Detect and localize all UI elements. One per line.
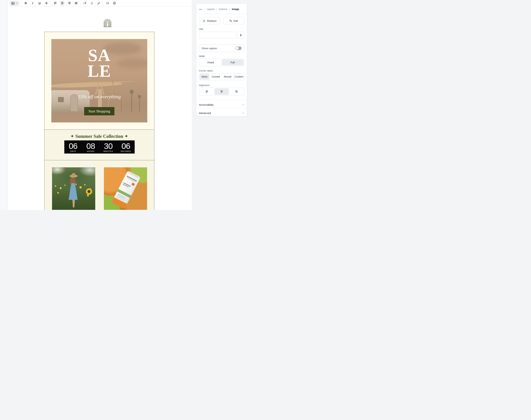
image-action-buttons: Replace Edit bbox=[199, 17, 244, 24]
alignment-center-button[interactable] bbox=[214, 88, 229, 95]
replace-button[interactable]: Replace bbox=[199, 17, 220, 24]
chevron-down-icon bbox=[16, 2, 18, 4]
url-input[interactable] bbox=[199, 32, 236, 39]
countdown-seconds: 06 SECONDS bbox=[117, 140, 135, 153]
highlighter-button[interactable] bbox=[96, 1, 101, 6]
panel-divider bbox=[196, 108, 247, 108]
align-left-icon bbox=[205, 90, 209, 93]
edit-button[interactable]: Edit bbox=[223, 17, 244, 24]
align-justify-icon bbox=[75, 1, 78, 5]
text-size-button[interactable]: TT bbox=[83, 1, 87, 6]
product-image-sunscreen[interactable] bbox=[104, 167, 147, 210]
email-section-hero[interactable]: SA LE 15% off on everything Start Shoppi… bbox=[44, 32, 154, 130]
dynamic-url-button[interactable] bbox=[237, 32, 244, 39]
lightning-icon bbox=[239, 34, 242, 37]
sunflower-large bbox=[85, 188, 93, 195]
corner-radius-none[interactable]: None bbox=[200, 74, 209, 80]
width-label: Width bbox=[199, 55, 205, 58]
show-caption-toggle[interactable] bbox=[235, 46, 242, 50]
email-section-products[interactable] bbox=[44, 160, 154, 210]
alignment-segmented-control bbox=[199, 88, 244, 95]
align-right-icon bbox=[68, 1, 71, 5]
align-right-button[interactable] bbox=[67, 1, 71, 6]
breadcrumb-ellipsis[interactable]: ••• bbox=[199, 8, 202, 11]
toolbar-group-alignment bbox=[51, 0, 80, 6]
link-icon bbox=[106, 1, 109, 5]
accessibility-label: Accessibility bbox=[199, 103, 214, 106]
corner-radius-curved[interactable]: Curved bbox=[210, 74, 222, 80]
advanced-label: Advanced bbox=[199, 112, 211, 115]
chevron-right-icon bbox=[204, 8, 205, 10]
hero-subtitle: 15% off on everything bbox=[51, 94, 147, 100]
hero-title-line2: LE bbox=[51, 63, 147, 79]
start-shopping-button[interactable]: Start Shopping bbox=[84, 107, 114, 115]
mention-button[interactable]: @ bbox=[112, 1, 117, 6]
brand-logo-arches[interactable] bbox=[103, 19, 112, 27]
toggle-knob bbox=[235, 47, 238, 50]
underline-label: U bbox=[39, 1, 41, 5]
countdown-days-value: 06 bbox=[69, 142, 78, 150]
insert-image-button[interactable] bbox=[10, 1, 19, 6]
sunscreen-tube bbox=[111, 171, 141, 209]
width-option-full[interactable]: Full bbox=[222, 59, 244, 65]
chevron-down-icon bbox=[242, 112, 244, 114]
italic-label: I bbox=[32, 1, 33, 5]
image-properties-panel: ••• Layout Column Image Replace Edit URL bbox=[196, 3, 247, 116]
formatting-toolbar: B I U S TT bbox=[8, 0, 192, 7]
strikethrough-button[interactable]: S bbox=[44, 1, 49, 6]
countdown-minutes-label: MINUTES bbox=[104, 150, 113, 152]
align-left-icon bbox=[54, 1, 57, 5]
link-button[interactable] bbox=[105, 1, 110, 6]
email-section-countdown[interactable]: ✦ Summer Sale Collection ✦ 06 DAYS 08 HO… bbox=[44, 130, 154, 160]
countdown-hours-label: HOURS bbox=[87, 150, 94, 152]
hero-title-line1: SA bbox=[51, 47, 147, 63]
corner-radius-label: Corner radius bbox=[199, 69, 213, 72]
underline-button[interactable]: U bbox=[37, 1, 42, 6]
alignment-left-button[interactable] bbox=[200, 88, 214, 95]
align-left-button[interactable] bbox=[53, 1, 58, 6]
countdown-hours: 08 HOURS bbox=[82, 140, 100, 153]
countdown-minutes: 30 MINUTES bbox=[100, 140, 117, 153]
align-center-icon bbox=[220, 90, 223, 93]
align-justify-button[interactable] bbox=[74, 1, 78, 6]
countdown-days: 06 DAYS bbox=[64, 140, 82, 153]
countdown-days-label: DAYS bbox=[70, 150, 76, 152]
countdown-timer[interactable]: 06 DAYS 08 HOURS 30 MINUTES 06 SECONDS bbox=[64, 140, 135, 153]
email-document: SA LE 15% off on everything Start Shoppi… bbox=[44, 32, 154, 210]
text-color-button[interactable] bbox=[90, 1, 94, 6]
italic-button[interactable]: I bbox=[31, 1, 35, 6]
toolbar-group-insert-links: @ bbox=[103, 0, 119, 6]
replace-label: Replace bbox=[207, 19, 216, 22]
corner-radius-presets: None Curved Round bbox=[199, 73, 234, 80]
hero-image[interactable]: SA LE 15% off on everything Start Shoppi… bbox=[51, 39, 147, 122]
crop-icon bbox=[229, 19, 232, 22]
chevron-right-icon bbox=[229, 8, 230, 10]
corner-radius-round[interactable]: Round bbox=[222, 74, 233, 80]
toolbar-group-text-style: TT bbox=[80, 0, 103, 6]
corner-radius-custom[interactable]: Custom bbox=[234, 73, 244, 80]
image-icon bbox=[11, 1, 15, 5]
advanced-accordion[interactable]: Advanced bbox=[199, 110, 244, 117]
accessibility-accordion[interactable]: Accessibility bbox=[199, 101, 244, 108]
hero-trailer bbox=[51, 90, 90, 113]
product-image-sunflower[interactable] bbox=[52, 167, 95, 210]
align-right-icon bbox=[234, 90, 238, 93]
breadcrumb-layout[interactable]: Layout bbox=[207, 8, 214, 11]
toolbar-group-insert bbox=[8, 0, 21, 6]
width-option-fixed[interactable]: Fixed bbox=[200, 59, 222, 65]
at-icon: @ bbox=[113, 1, 116, 5]
align-center-icon bbox=[61, 1, 64, 5]
alignment-label: Alignment bbox=[199, 84, 209, 87]
droplet-icon bbox=[90, 2, 93, 5]
breadcrumb-column[interactable]: Column bbox=[219, 8, 227, 11]
upload-icon bbox=[203, 19, 205, 22]
highlighter-icon bbox=[97, 2, 100, 5]
tube-orange-section bbox=[111, 197, 127, 209]
url-label: URL bbox=[199, 28, 204, 30]
bold-button[interactable]: B bbox=[24, 1, 28, 6]
email-builder-app: B I U S TT bbox=[0, 0, 266, 210]
text-size-icon: TT bbox=[83, 2, 86, 5]
alignment-right-button[interactable] bbox=[229, 88, 244, 95]
align-center-button[interactable] bbox=[60, 1, 64, 6]
hero-sale-title: SA LE bbox=[51, 47, 147, 79]
